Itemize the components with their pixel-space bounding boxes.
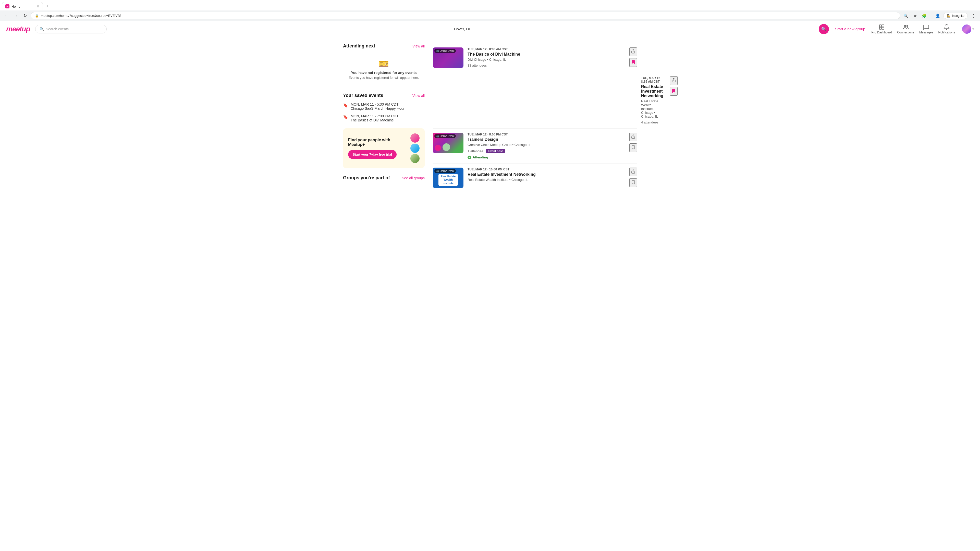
svg-point-5 (907, 25, 908, 27)
promo-trial-button[interactable]: Start your 7-day free trial (348, 150, 396, 159)
share-button-3[interactable] (629, 133, 637, 141)
browser-search-icon[interactable]: 🔍 (902, 12, 909, 19)
saved-events-title: Your saved events (343, 93, 383, 98)
share-button-1[interactable] (629, 48, 637, 56)
tab-close-button[interactable]: ✕ (37, 4, 40, 8)
browser-tab-active[interactable]: M Home ✕ (2, 2, 43, 11)
meetup-logo[interactable]: meetup (6, 25, 30, 33)
event-title-4[interactable]: Real Estate Investment Networking (468, 172, 623, 177)
search-button[interactable]: 🔍 (819, 24, 829, 34)
events-list: 📹 Online Event TUE, MAR 12 · 8:00 AM CST… (433, 43, 637, 192)
share-icon-1 (631, 49, 635, 54)
saved-events-header: Your saved events View all (343, 93, 425, 98)
event-group-4: Real Estate Wealth Institute • Chicago, … (468, 178, 623, 182)
profile-icon[interactable]: 👤 (934, 12, 941, 19)
promo-card: Find your people with Meetup+ Start your… (343, 128, 425, 168)
event-meta-3: 1 attendee Event host (468, 149, 623, 153)
event-group-2: Real Estate Wealth Institute- Chicago • … (641, 99, 663, 118)
event-card-4: 📹 Online Event Real EstateWealthInstitut… (433, 164, 637, 192)
event-card-content-2: TUE, MAR 12 · 8:35 AM CST Real Estate In… (641, 76, 663, 124)
share-icon-3 (631, 134, 635, 139)
empty-state-subtext: Events you have registered for will appe… (348, 76, 419, 79)
saved-event-date-1: MON, MAR 11 · 5:30 PM CDT (351, 102, 404, 106)
new-tab-button[interactable]: + (44, 3, 51, 10)
attending-next-section: Attending next View all 🎫 You have not r… (343, 43, 425, 86)
event-attendees-3: 1 attendee (468, 149, 483, 153)
avatar (962, 24, 971, 34)
forward-button[interactable]: → (12, 12, 19, 19)
attending-status-3: Attending (468, 156, 623, 159)
more-options-button[interactable]: ⋮ (970, 12, 977, 19)
bookmark-button-1[interactable] (629, 58, 637, 67)
messages-nav[interactable]: Messages (919, 24, 933, 34)
see-all-groups-link[interactable]: See all groups (402, 176, 425, 180)
event-title-1[interactable]: The Basics of Divi Machine (468, 52, 623, 57)
connections-icon (903, 24, 909, 30)
bookmark-button-2[interactable] (670, 87, 678, 96)
bookmark-button-3[interactable] (629, 143, 637, 152)
event-title-2[interactable]: Real Estate Investment Networking (641, 84, 663, 98)
bookmark-page-icon[interactable]: ★ (912, 12, 918, 19)
svg-rect-3 (882, 27, 884, 29)
event-actions-3 (627, 133, 637, 152)
svg-rect-0 (880, 25, 881, 27)
connections-nav[interactable]: Connections (897, 24, 914, 34)
online-badge-1: 📹 Online Event (434, 49, 456, 53)
share-button-4[interactable] (629, 168, 637, 176)
share-button-2[interactable] (670, 76, 678, 85)
saved-event-title-2: The Basics of Divi Machine (351, 118, 398, 122)
event-card-content-4: TUE, MAR 12 · 10:00 PM CST Real Estate I… (468, 168, 623, 184)
event-card-1: 📹 Online Event TUE, MAR 12 · 8:00 AM CST… (433, 43, 637, 72)
share-icon-4 (631, 169, 635, 174)
event-date-4: TUE, MAR 12 · 10:00 PM CST (468, 168, 623, 171)
notifications-label: Notifications (939, 30, 955, 34)
empty-state-text: You have not registered for any events (351, 71, 417, 75)
tab-title: Home (11, 5, 35, 8)
event-card-content-3: TUE, MAR 12 · 8:00 PM CST Trainers Desig… (468, 133, 623, 159)
pro-dashboard-label: Pro Dashboard (871, 30, 892, 34)
address-bar[interactable]: 🔒 meetup.com/home/?suggested=true&source… (30, 12, 900, 19)
incognito-badge: 🕵️ Incognito (943, 13, 968, 19)
saved-event-date-2: MON, MAR 11 · 7:00 PM CDT (351, 114, 398, 118)
attending-label-3: Attending (473, 156, 488, 159)
promo-avatar-2 (410, 144, 420, 153)
promo-content: Find your people with Meetup+ Start your… (348, 138, 407, 159)
extensions-icon[interactable]: 🧩 (921, 12, 928, 19)
saved-event-item-1[interactable]: 🔖 MON, MAR 11 · 5:30 PM CDT Chicago SaaS… (343, 102, 425, 110)
online-label-1: Online Event (440, 49, 454, 52)
browser-controls: ← → ↻ 🔒 meetup.com/home/?suggested=true&… (0, 11, 980, 21)
event-date-1: TUE, MAR 12 · 8:00 AM CST (468, 48, 623, 51)
event-group-3: Creative Circle Meetup Group • Chicago, … (468, 143, 623, 147)
browser-toolbar-right: 🔍 ★ 🧩 👤 🕵️ Incognito ⋮ (902, 12, 977, 19)
event-host-badge-3: Event host (486, 149, 504, 153)
pro-dashboard-nav[interactable]: Pro Dashboard (871, 24, 892, 34)
event-date-3: TUE, MAR 12 · 8:00 PM CST (468, 133, 623, 136)
search-btn-icon: 🔍 (821, 27, 826, 32)
promo-avatars (410, 133, 420, 163)
back-button[interactable]: ← (3, 12, 10, 19)
browser-tab-bar: M Home ✕ + (0, 0, 980, 11)
saved-event-title-1: Chicago SaaS March Happy Hour (351, 106, 404, 110)
incognito-label: Incognito (952, 14, 964, 17)
event-title-3[interactable]: Trainers Design (468, 137, 623, 142)
event-card-2: 📹 Online Event Real EstateWealthInstitut… (433, 72, 637, 129)
bookmark-button-4[interactable] (629, 178, 637, 187)
event-thumbnail-4: 📹 Online Event Real EstateWealthInstitut… (433, 168, 463, 188)
search-bar[interactable]: 🔍 Search events (35, 25, 107, 33)
saved-event-info-2: MON, MAR 11 · 7:00 PM CDT The Basics of … (351, 114, 398, 122)
user-avatar-container[interactable]: ▾ (962, 24, 974, 34)
notifications-nav[interactable]: Notifications (939, 24, 955, 34)
reload-button[interactable]: ↻ (21, 12, 29, 19)
saved-event-info-1: MON, MAR 11 · 5:30 PM CDT Chicago SaaS M… (351, 102, 404, 110)
groups-title: Groups you're part of (343, 175, 390, 181)
saved-event-item-2[interactable]: 🔖 MON, MAR 11 · 7:00 PM CDT The Basics o… (343, 114, 425, 122)
start-new-group-button[interactable]: Start a new group (835, 27, 865, 31)
ticket-icon: 🎫 (379, 59, 389, 68)
location-display: Dover, DE (454, 27, 471, 31)
saved-events-view-all-link[interactable]: View all (412, 94, 425, 98)
video-icon-3: 📹 (436, 135, 439, 138)
saved-events-section: Your saved events View all 🔖 MON, MAR 11… (343, 93, 425, 122)
saved-event-bookmark-icon-2: 🔖 (343, 114, 348, 119)
attending-view-all-link[interactable]: View all (412, 44, 425, 48)
connections-label: Connections (897, 30, 914, 34)
